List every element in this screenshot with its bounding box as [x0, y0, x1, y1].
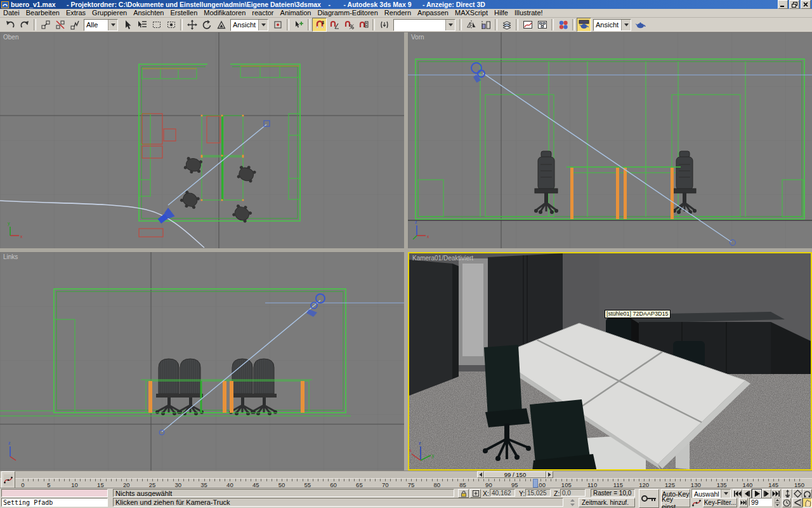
- menu-datei[interactable]: Datei: [0, 9, 23, 17]
- ruler-tick: [390, 479, 391, 481]
- select-and-manipulate-icon[interactable]: [291, 18, 306, 32]
- rectangular-selection-region-icon[interactable]: [149, 18, 164, 32]
- maxscript-listener-field[interactable]: Setting Pfadb: [1, 498, 108, 507]
- x-coord-field[interactable]: [490, 489, 515, 497]
- ruler-tick: [313, 479, 313, 481]
- select-object-icon[interactable]: [120, 18, 134, 32]
- dolly-camera-icon[interactable]: [782, 489, 792, 498]
- redo-icon[interactable]: [17, 18, 32, 32]
- menu-illustrate-[interactable]: Illustrate!: [511, 9, 546, 17]
- menu-bearbeiten[interactable]: Bearbeiten: [23, 9, 63, 17]
- material-editor-icon[interactable]: [556, 18, 570, 32]
- previous-frame-icon[interactable]: [742, 489, 752, 498]
- frame-spinner[interactable]: [775, 498, 780, 507]
- viewport-top-label[interactable]: Oben: [3, 34, 18, 41]
- selection-lock-icon[interactable]: [458, 489, 469, 498]
- quick-render-icon[interactable]: [633, 18, 648, 32]
- viewport-camera[interactable]: Kamera01/Deaktiviert [stühle01] 72DAAP3D…: [408, 252, 812, 471]
- selection-filter-dropdown[interactable]: Alle: [84, 19, 118, 31]
- ruler-tick: [727, 479, 728, 481]
- z-coord-field[interactable]: [560, 489, 586, 497]
- use-pivot-point-center-icon[interactable]: [270, 18, 285, 32]
- frame-back-icon[interactable]: [477, 471, 484, 478]
- key-filter-button[interactable]: Key-Filter...: [703, 498, 737, 507]
- align-icon[interactable]: [478, 18, 493, 32]
- window-crossing-toggle-icon[interactable]: [164, 18, 178, 32]
- menu-animation[interactable]: Animation: [277, 9, 315, 17]
- status-panel-toggle-icon[interactable]: [569, 498, 576, 507]
- render-type-dropdown[interactable]: Ansicht: [593, 19, 631, 31]
- next-frame-icon[interactable]: [762, 489, 771, 498]
- frame-forward-icon[interactable]: [546, 471, 553, 478]
- select-and-link-icon[interactable]: [38, 18, 53, 32]
- truck-camera-hand-icon[interactable]: [802, 498, 812, 507]
- select-and-move-icon[interactable]: [185, 18, 199, 32]
- layer-manager-icon[interactable]: [499, 18, 514, 32]
- curve-editor-icon[interactable]: [520, 18, 535, 32]
- render-scene-dialog-icon[interactable]: [577, 18, 591, 32]
- current-frame-marker[interactable]: [533, 479, 538, 488]
- set-keys-icon[interactable]: [639, 489, 659, 508]
- viewport-camera-label[interactable]: Kamera01/Deaktiviert: [412, 255, 473, 262]
- select-by-name-icon[interactable]: [134, 18, 149, 32]
- time-slider-label[interactable]: 99 / 150: [484, 471, 546, 478]
- track-bar[interactable]: 0510152025303540455055606570758085909510…: [0, 478, 812, 488]
- ruler-tick: [370, 479, 370, 481]
- menu-reactor[interactable]: reactor: [249, 9, 277, 17]
- menu-maxscript[interactable]: MAXScript: [452, 9, 491, 17]
- goto-start-icon[interactable]: [733, 489, 742, 498]
- angle-snap-toggle-icon[interactable]: [327, 18, 341, 32]
- roll-camera-icon[interactable]: [802, 489, 812, 498]
- time-configuration-icon[interactable]: [782, 498, 791, 507]
- perspective-icon[interactable]: [792, 489, 802, 498]
- undo-icon[interactable]: [3, 18, 17, 32]
- menu-rendern[interactable]: Rendern: [381, 9, 414, 17]
- field-of-view-icon[interactable]: [792, 498, 802, 507]
- macro-recorder-field[interactable]: [1, 489, 108, 497]
- keyboard-shortcut-override-icon[interactable]: [377, 18, 391, 32]
- named-selection-sets-dropdown[interactable]: [393, 19, 455, 31]
- viewport-left-label[interactable]: Links: [3, 253, 18, 260]
- menu-extras[interactable]: Extras: [63, 9, 89, 17]
- snap-toggle-3d-icon[interactable]: 3: [312, 18, 327, 32]
- time-slider-handle[interactable]: 99 / 150: [477, 471, 553, 478]
- viewport-top[interactable]: Oben: [0, 32, 404, 248]
- window-title: buero_v1.max - Projektordner: C:\Dokumen…: [11, 1, 778, 8]
- menu-hilfe[interactable]: Hilfe: [491, 9, 511, 17]
- key-filter-curve-icon[interactable]: [691, 498, 702, 507]
- spinner-snap-toggle-icon[interactable]: [356, 18, 370, 32]
- close-icon[interactable]: [801, 0, 811, 9]
- add-time-tag-button[interactable]: Zeitmark. hinzuf.: [579, 498, 635, 507]
- y-coord-field[interactable]: [525, 489, 551, 497]
- menu-erstellen[interactable]: Erstellen: [167, 9, 200, 17]
- key-selection-mode-dropdown[interactable]: Auswahl: [691, 489, 731, 498]
- select-and-rotate-icon[interactable]: [199, 18, 214, 32]
- mirror-icon[interactable]: [464, 18, 478, 32]
- reference-coordsys-dropdown[interactable]: Ansicht: [230, 19, 268, 31]
- menu-ansichten[interactable]: Ansichten: [130, 9, 167, 17]
- current-frame-field[interactable]: [749, 498, 772, 506]
- select-and-uniform-scale-icon[interactable]: [214, 18, 228, 32]
- viewport-area: Oben: [0, 32, 812, 471]
- bind-to-space-warp-icon[interactable]: [67, 18, 82, 32]
- left-cabinet[interactable]: [409, 260, 459, 396]
- restore-button[interactable]: [789, 0, 799, 9]
- mini-curve-editor-button[interactable]: [1, 471, 15, 488]
- set-key-button[interactable]: Key einst.: [661, 498, 690, 507]
- percent-snap-toggle-icon[interactable]: [341, 18, 356, 32]
- viewport-left[interactable]: Links: [0, 252, 404, 471]
- viewport-front[interactable]: Vorn: [408, 32, 812, 248]
- absolute-mode-icon[interactable]: [470, 489, 481, 498]
- viewport-front-label[interactable]: Vorn: [411, 34, 424, 41]
- menu-gruppieren[interactable]: Gruppieren: [89, 9, 130, 17]
- minimize-button[interactable]: [778, 0, 788, 9]
- unlink-selection-icon[interactable]: [53, 18, 67, 32]
- goto-end-icon[interactable]: [771, 489, 781, 498]
- menu-diagramm-editoren[interactable]: Diagramm-Editoren: [314, 9, 381, 17]
- schematic-view-icon[interactable]: [535, 18, 549, 32]
- key-mode-toggle-icon[interactable]: [739, 498, 748, 507]
- ruler-tick: [598, 479, 598, 481]
- menu-anpassen[interactable]: Anpassen: [414, 9, 452, 17]
- play-animation-icon[interactable]: [752, 489, 762, 498]
- menu-modifikatoren[interactable]: Modifikatoren: [200, 9, 249, 17]
